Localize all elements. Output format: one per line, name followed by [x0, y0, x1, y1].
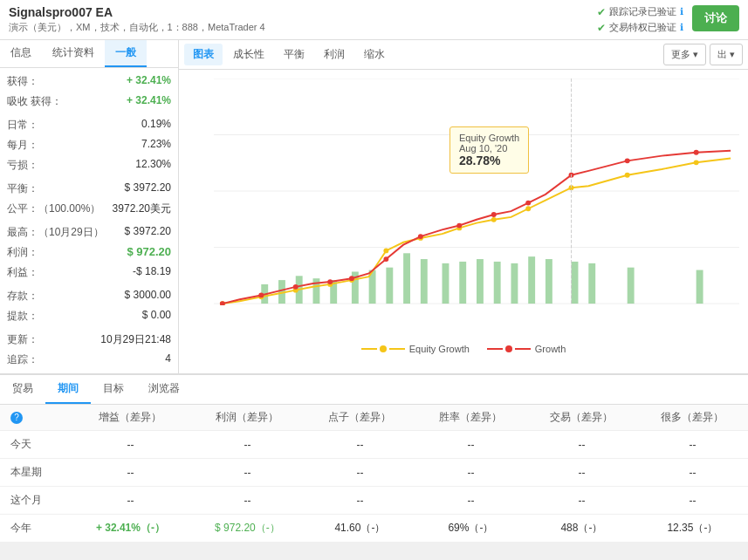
chart-tab-profit[interactable]: 利润: [315, 44, 353, 65]
month-lots: --: [637, 487, 748, 515]
monthly-label: 每月：: [7, 138, 38, 153]
bottom-tab-period[interactable]: 期间: [45, 375, 91, 404]
svg-rect-19: [421, 259, 428, 304]
info-row-update: 更新： 10月29日21:48: [0, 330, 178, 350]
svg-rect-29: [628, 268, 635, 304]
out-button[interactable]: 出 ▾: [710, 44, 743, 65]
interest-label: 利益：: [7, 265, 38, 280]
table-row: 今天 -- -- -- -- -- --: [0, 431, 748, 459]
svg-point-48: [349, 276, 354, 281]
week-win: --: [415, 459, 526, 487]
bottom-tab-target[interactable]: 目标: [91, 375, 136, 404]
loss-label: 亏损：: [7, 158, 38, 173]
chart-tab-growth[interactable]: 成长性: [224, 44, 273, 65]
info-row-deposit: 存款： $ 3000.00: [0, 286, 178, 306]
period-month: 这个月: [0, 487, 71, 515]
svg-point-45: [258, 293, 264, 298]
bottom-tab-browser[interactable]: 浏览器: [136, 375, 192, 404]
help-icon-period[interactable]: ?: [10, 412, 23, 424]
period-table: ? 增益（差异） 利润（差异） 点子（差异） 胜率（差异） 交易（差异） 很多（…: [0, 405, 748, 543]
year-win: 69%（-）: [415, 515, 526, 543]
update-label: 更新：: [7, 332, 38, 347]
highest-value: $ 3972.20: [125, 225, 171, 240]
today-lots: --: [637, 431, 748, 459]
svg-point-49: [383, 256, 388, 262]
svg-point-40: [525, 206, 531, 211]
right-panel: 图表 成长性 平衡 利润 缩水 更多 ▾ 出 ▾ 40% 30% 20%: [179, 40, 748, 373]
verification-checks: ✔ 跟踪记录已验证 ℹ ✔ 交易特权已验证 ℹ: [597, 5, 683, 34]
today-trades: --: [526, 431, 637, 459]
equity-value: 3972.20美元: [113, 201, 171, 216]
col-profit: 利润（差异）: [190, 405, 305, 431]
info-row-monthly: 每月： 7.23%: [0, 135, 178, 155]
legend-growth: Growth: [487, 344, 566, 354]
svg-point-46: [293, 284, 299, 290]
today-profit: --: [190, 431, 305, 459]
svg-point-53: [525, 201, 531, 206]
update-value: 10月29日21:48: [100, 332, 171, 347]
today-win: --: [415, 431, 526, 459]
svg-point-56: [694, 150, 699, 155]
info-row-balance: 平衡： $ 3972.20: [0, 179, 178, 199]
chart-tab-chart[interactable]: 图表: [184, 44, 223, 65]
monthly-value: 7.23%: [141, 138, 171, 153]
svg-point-43: [694, 160, 699, 165]
svg-rect-17: [386, 268, 393, 304]
sub-tab-stats[interactable]: 统计资料: [42, 40, 105, 67]
svg-rect-25: [528, 256, 535, 304]
info-row-absorbed-gain: 吸收 获得： + 32.41%: [0, 92, 178, 112]
month-trades: --: [526, 487, 637, 515]
app-title: Signalspro007 EA: [9, 5, 265, 19]
svg-rect-23: [494, 262, 501, 304]
check-privilege: ✔ 交易特权已验证 ℹ: [597, 21, 683, 34]
deposit-value: $ 3000.00: [125, 289, 171, 304]
week-lots: --: [637, 459, 748, 487]
table-row: 本星期 -- -- -- -- -- --: [0, 459, 748, 487]
sub-tab-general[interactable]: 一般: [105, 40, 147, 67]
svg-rect-24: [511, 263, 518, 304]
header-left: Signalspro007 EA 演示（美元），XM，技术，自动化，1：888，…: [9, 5, 265, 34]
main-content: 信息 统计资料 一般 获得： + 32.41% 吸收 获得： + 32.41% …: [0, 40, 748, 373]
more-button[interactable]: 更多 ▾: [663, 44, 706, 65]
svg-point-50: [418, 234, 423, 239]
chart-tab-shrink[interactable]: 缩水: [355, 44, 394, 65]
track-value: 4: [165, 352, 171, 367]
svg-point-55: [625, 158, 630, 163]
svg-point-42: [625, 173, 630, 178]
highest-label: 最高：（10月29日）: [7, 225, 104, 240]
table-row: 这个月 -- -- -- -- -- --: [0, 487, 748, 515]
chart-tab-balance[interactable]: 平衡: [275, 44, 313, 65]
bottom-tab-trade[interactable]: 贸易: [0, 375, 45, 404]
year-trades: 488（-）: [526, 515, 637, 543]
loss-value: 12.30%: [135, 158, 171, 173]
info-row-interest: 利益： -$ 18.19: [0, 263, 178, 283]
col-gain: 增益（差异）: [71, 405, 190, 431]
info-row-daily: 日常： 0.19%: [0, 115, 178, 135]
month-profit: --: [190, 487, 305, 515]
sub-tab-info[interactable]: 信息: [0, 40, 42, 67]
svg-point-44: [220, 301, 225, 305]
chart-tab-right: 更多 ▾ 出 ▾: [663, 44, 743, 65]
header-right: ✔ 跟踪记录已验证 ℹ ✔ 交易特权已验证 ℹ 讨论: [597, 5, 739, 34]
legend-equity-label: Equity Growth: [409, 344, 470, 354]
today-points: --: [305, 431, 415, 459]
check-label-1: 跟踪记录已验证: [609, 5, 676, 18]
gain-label: 获得：: [7, 74, 38, 89]
chart-area: 40% 30% 20% 10% 0%: [179, 70, 748, 340]
svg-rect-18: [403, 253, 410, 304]
today-gain: --: [71, 431, 190, 459]
col-lots: 很多（差异）: [637, 405, 748, 431]
check-icon-1: ✔: [597, 6, 606, 18]
discuss-button[interactable]: 讨论: [692, 5, 739, 31]
table-row: 今年 + 32.41%（-） $ 972.20（-） 41.60（-） 69%（…: [0, 515, 748, 543]
year-lots: 12.35（-）: [637, 515, 748, 543]
help-icon-2[interactable]: ℹ: [680, 22, 683, 33]
info-row-profit: 利润： $ 972.20: [0, 242, 178, 263]
help-icon-1[interactable]: ℹ: [680, 6, 683, 17]
interest-value: -$ 18.19: [133, 265, 171, 280]
daily-label: 日常：: [7, 118, 38, 133]
month-gain: --: [71, 487, 190, 515]
sub-tabs: 信息 统计资料 一般: [0, 40, 178, 68]
week-gain: --: [71, 459, 190, 487]
deposit-label: 存款：: [7, 289, 38, 304]
